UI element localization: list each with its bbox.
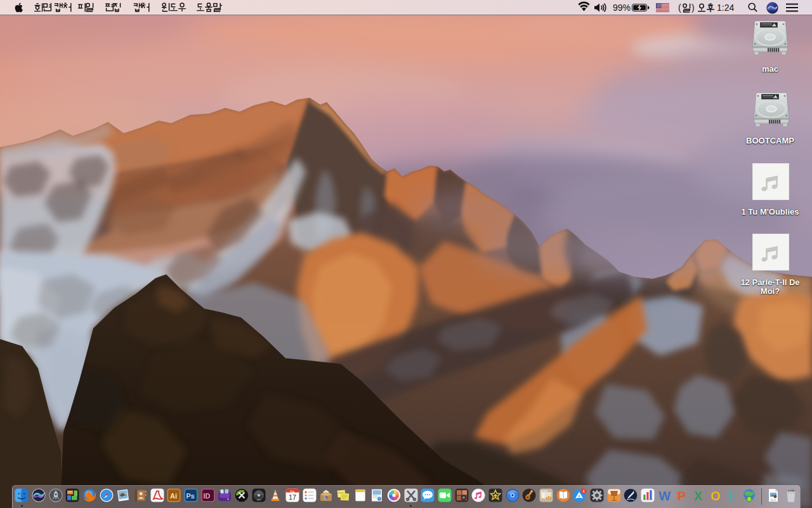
- svg-text:99%: 99%: [613, 3, 631, 13]
- svg-text:Plans: Plans: [338, 491, 344, 495]
- svg-text:(: (: [678, 3, 681, 13]
- svg-text:): ): [691, 3, 695, 13]
- svg-text:P: P: [677, 489, 685, 502]
- svg-text:Ps: Ps: [187, 492, 195, 500]
- svg-text:O: O: [710, 489, 721, 502]
- svg-text:ID: ID: [203, 492, 210, 500]
- svg-text:L: L: [728, 489, 736, 502]
- svg-text:W: W: [658, 489, 671, 502]
- svg-text:17: 17: [289, 493, 296, 501]
- svg-text:MOV: MOV: [771, 499, 776, 502]
- svg-text:Ai: Ai: [170, 492, 177, 500]
- svg-text:4: 4: [582, 489, 585, 493]
- svg-text:X: X: [694, 489, 703, 502]
- svg-text:1:24: 1:24: [717, 3, 734, 13]
